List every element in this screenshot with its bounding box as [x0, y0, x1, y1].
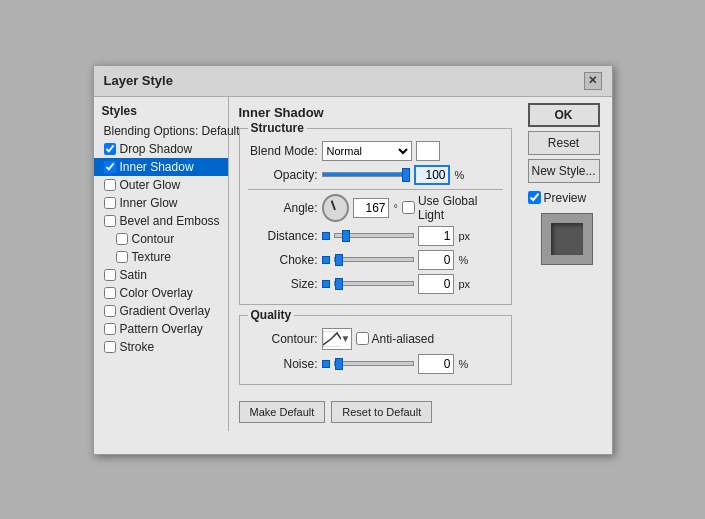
- distance-slider-thumb[interactable]: [322, 232, 330, 240]
- sidebar-item-stroke[interactable]: Stroke: [94, 338, 228, 356]
- titlebar: Layer Style ✕: [94, 66, 612, 97]
- divider-1: [248, 189, 503, 190]
- gradient-overlay-label: Gradient Overlay: [120, 304, 211, 318]
- size-input[interactable]: [418, 274, 454, 294]
- distance-unit: px: [459, 230, 471, 242]
- opacity-slider[interactable]: [322, 172, 410, 177]
- angle-label: Angle:: [248, 201, 318, 215]
- quality-content: Contour: ▼ Anti-aliased: [240, 316, 511, 384]
- layer-style-dialog: Layer Style ✕ Styles Blending Options: D…: [93, 65, 613, 455]
- angle-input[interactable]: [353, 198, 389, 218]
- right-panel: OK Reset New Style... Preview: [522, 97, 612, 431]
- bevel-emboss-checkbox[interactable]: [104, 215, 116, 227]
- sidebar-item-satin[interactable]: Satin: [94, 266, 228, 284]
- size-label: Size:: [248, 277, 318, 291]
- sidebar-item-blending-options[interactable]: Blending Options: Default: [94, 122, 228, 140]
- preview-text: Preview: [544, 191, 587, 205]
- distance-thumb[interactable]: [342, 230, 350, 242]
- sidebar-item-pattern-overlay[interactable]: Pattern Overlay: [94, 320, 228, 338]
- make-default-button[interactable]: Make Default: [239, 401, 326, 423]
- preview-box: [541, 213, 593, 265]
- stroke-checkbox[interactable]: [104, 341, 116, 353]
- sidebar: Styles Blending Options: Default Drop Sh…: [94, 97, 229, 431]
- anti-alias-checkbox[interactable]: [356, 332, 369, 345]
- inner-glow-checkbox[interactable]: [104, 197, 116, 209]
- pattern-overlay-label: Pattern Overlay: [120, 322, 203, 336]
- gradient-overlay-checkbox[interactable]: [104, 305, 116, 317]
- drop-shadow-checkbox[interactable]: [104, 143, 116, 155]
- structure-section: Structure Blend Mode: Normal Multiply Sc…: [239, 128, 512, 305]
- preview-inner: [551, 223, 583, 255]
- distance-label: Distance:: [248, 229, 318, 243]
- sidebar-item-bevel-emboss[interactable]: Bevel and Emboss: [94, 212, 228, 230]
- sidebar-item-texture[interactable]: Texture: [94, 248, 228, 266]
- satin-label: Satin: [120, 268, 147, 282]
- noise-slider-track[interactable]: [334, 361, 414, 366]
- satin-checkbox[interactable]: [104, 269, 116, 281]
- anti-alias-text: Anti-aliased: [372, 332, 435, 346]
- contour-checkbox[interactable]: [116, 233, 128, 245]
- noise-slider-thumb[interactable]: [322, 360, 330, 368]
- choke-slider-track[interactable]: [334, 257, 414, 262]
- opacity-slider-thumb[interactable]: [402, 168, 410, 182]
- texture-checkbox[interactable]: [116, 251, 128, 263]
- sidebar-item-color-overlay[interactable]: Color Overlay: [94, 284, 228, 302]
- reset-to-default-button[interactable]: Reset to Default: [331, 401, 432, 423]
- angle-dial[interactable]: [322, 194, 349, 222]
- opacity-unit: %: [455, 169, 465, 181]
- reset-button[interactable]: Reset: [528, 131, 600, 155]
- anti-alias-label[interactable]: Anti-aliased: [356, 332, 435, 346]
- pattern-overlay-checkbox[interactable]: [104, 323, 116, 335]
- bottom-buttons: Make Default Reset to Default: [239, 401, 512, 423]
- dialog-title: Layer Style: [104, 73, 173, 88]
- inner-shadow-checkbox[interactable]: [104, 161, 116, 173]
- opacity-input[interactable]: [414, 165, 450, 185]
- distance-slider-track[interactable]: [334, 233, 414, 238]
- size-slider-track[interactable]: [334, 281, 414, 286]
- global-light-label[interactable]: Use Global Light: [402, 194, 503, 222]
- size-slider-thumb[interactable]: [322, 280, 330, 288]
- color-overlay-label: Color Overlay: [120, 286, 193, 300]
- color-overlay-checkbox[interactable]: [104, 287, 116, 299]
- ok-button[interactable]: OK: [528, 103, 600, 127]
- contour-row: Contour: ▼ Anti-aliased: [248, 328, 503, 350]
- global-light-text: Use Global Light: [418, 194, 503, 222]
- dial-needle: [331, 200, 336, 210]
- outer-glow-checkbox[interactable]: [104, 179, 116, 191]
- sidebar-item-gradient-overlay[interactable]: Gradient Overlay: [94, 302, 228, 320]
- structure-legend: Structure: [248, 121, 307, 135]
- sidebar-item-drop-shadow[interactable]: Drop Shadow: [94, 140, 228, 158]
- close-icon: ✕: [588, 74, 597, 87]
- choke-unit: %: [459, 254, 469, 266]
- choke-input[interactable]: [418, 250, 454, 270]
- size-row: Size: px: [248, 274, 503, 294]
- sidebar-item-inner-glow[interactable]: Inner Glow: [94, 194, 228, 212]
- global-light-checkbox[interactable]: [402, 201, 415, 214]
- contour-icon: [323, 331, 341, 347]
- noise-label: Noise:: [248, 357, 318, 371]
- distance-row: Distance: px: [248, 226, 503, 246]
- contour-preview[interactable]: ▼: [322, 328, 352, 350]
- inner-glow-label: Inner Glow: [120, 196, 178, 210]
- sidebar-item-contour[interactable]: Contour: [94, 230, 228, 248]
- texture-label: Texture: [132, 250, 171, 264]
- choke-thumb[interactable]: [335, 254, 343, 266]
- contour-dropdown-arrow: ▼: [341, 333, 351, 344]
- sidebar-item-inner-shadow[interactable]: Inner Shadow: [94, 158, 228, 176]
- noise-thumb[interactable]: [335, 358, 343, 370]
- sidebar-item-outer-glow[interactable]: Outer Glow: [94, 176, 228, 194]
- blend-mode-select[interactable]: Normal Multiply Screen: [322, 141, 412, 161]
- preview-checkbox[interactable]: [528, 191, 541, 204]
- close-button[interactable]: ✕: [584, 72, 602, 90]
- new-style-button[interactable]: New Style...: [528, 159, 600, 183]
- size-unit: px: [459, 278, 471, 290]
- choke-slider-thumb[interactable]: [322, 256, 330, 264]
- choke-label: Choke:: [248, 253, 318, 267]
- blending-options-label: Blending Options: Default: [104, 124, 240, 138]
- distance-input[interactable]: [418, 226, 454, 246]
- blend-color-swatch[interactable]: [416, 141, 440, 161]
- preview-label[interactable]: Preview: [528, 191, 606, 205]
- noise-input[interactable]: [418, 354, 454, 374]
- bevel-emboss-label: Bevel and Emboss: [120, 214, 220, 228]
- size-thumb[interactable]: [335, 278, 343, 290]
